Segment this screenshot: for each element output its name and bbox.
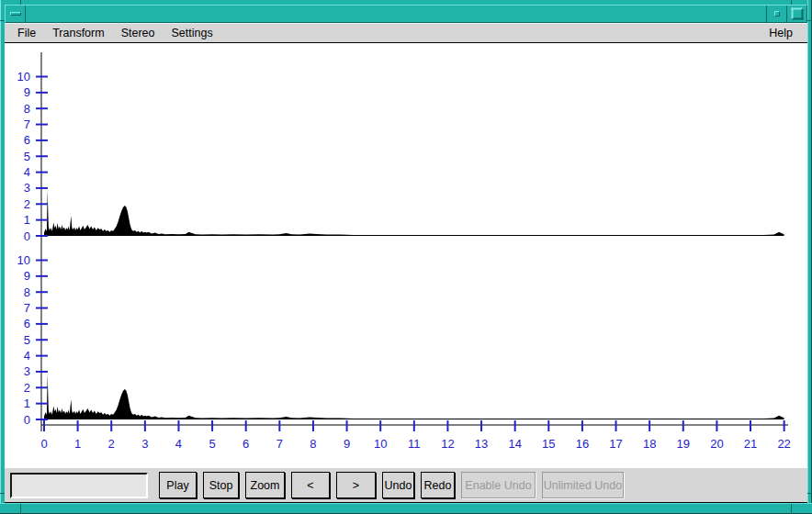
window-menu-button[interactable] (6, 6, 26, 22)
window-frame-right[interactable] (807, 0, 812, 514)
step-back-button[interactable]: < (291, 472, 330, 498)
x-tick-label: 22 (777, 437, 790, 451)
x-tick-label: 1 (74, 437, 81, 451)
x-tick-label: 17 (609, 437, 622, 451)
y-tick-label: 5 (24, 333, 30, 347)
step-forward-button[interactable]: > (336, 472, 376, 498)
x-tick-label: 11 (408, 437, 421, 451)
stop-button[interactable]: Stop (203, 472, 239, 498)
undo-button[interactable]: Undo (382, 472, 414, 498)
titlebar[interactable] (5, 5, 807, 23)
play-button[interactable]: Play (159, 472, 197, 498)
y-tick-label: 7 (24, 301, 30, 315)
x-tick-label: 2 (108, 437, 115, 451)
x-tick-label: 20 (710, 437, 723, 451)
y-tick-label: 0 (24, 229, 30, 243)
y-tick-label: 6 (24, 133, 30, 147)
x-tick-label: 14 (508, 437, 521, 451)
x-tick-label: 16 (576, 437, 589, 451)
y-tick-label: 9 (24, 85, 30, 99)
y-tick-label: 10 (17, 253, 30, 267)
zoom-button[interactable]: Zoom (245, 472, 285, 498)
channel-1-spectrum (44, 191, 784, 236)
x-tick-label: 5 (209, 437, 215, 451)
y-tick-label: 3 (24, 181, 30, 195)
window-frame-bottom[interactable] (0, 503, 812, 514)
frame-corner-notch (807, 493, 812, 494)
window-menu-dash-icon (10, 12, 21, 16)
y-tick-label: 9 (24, 269, 30, 283)
x-tick-label: 8 (310, 437, 316, 451)
y-tick-label: 6 (24, 317, 30, 330)
y-tick-label: 4 (24, 165, 30, 179)
y-tick-label: 1 (24, 213, 30, 227)
bottom-toolbar: Play Stop Zoom < > Undo Redo Enable Undo… (5, 468, 807, 503)
spectrum-plots[interactable]: 0123456789100123456789100123456789101112… (5, 43, 807, 468)
position-input[interactable] (10, 473, 148, 498)
menu-file[interactable]: File (9, 24, 44, 43)
x-tick-label: 6 (242, 437, 249, 451)
y-tick-label: 2 (24, 197, 30, 211)
plot-area: 0123456789100123456789100123456789101112… (5, 43, 807, 468)
y-tick-label: 8 (24, 285, 30, 299)
x-tick-label: 13 (475, 437, 488, 451)
app-window: File Transform Stereo Settings Help 0123… (0, 0, 812, 514)
x-tick-label: 12 (441, 437, 454, 451)
y-tick-label: 10 (17, 70, 30, 84)
x-tick-label: 15 (542, 437, 555, 451)
frame-corner-notch (20, 504, 21, 514)
y-tick-label: 0 (24, 413, 30, 427)
x-tick-label: 9 (344, 437, 350, 451)
maximize-square-icon (791, 8, 803, 20)
frame-corner-notch (791, 504, 792, 514)
channel-2-spectrum (44, 374, 784, 419)
x-tick-label: 0 (40, 437, 47, 451)
iconify-dot-icon (774, 11, 780, 17)
x-tick-label: 3 (141, 437, 148, 451)
menu-help[interactable]: Help (761, 24, 801, 43)
maximize-button[interactable] (786, 6, 806, 22)
y-tick-label: 8 (24, 102, 30, 116)
x-tick-label: 19 (677, 437, 690, 451)
titlebar-drag-area[interactable] (26, 6, 766, 22)
iconify-button[interactable] (766, 6, 786, 22)
frame-corner-notch (807, 20, 812, 21)
y-tick-label: 5 (24, 150, 30, 163)
y-tick-label: 2 (24, 381, 30, 395)
x-tick-label: 21 (744, 437, 757, 451)
y-tick-label: 3 (24, 364, 30, 378)
y-tick-label: 7 (24, 117, 30, 131)
unlimited-undo-button[interactable]: Unlimited Undo (542, 472, 624, 498)
enable-undo-button[interactable]: Enable Undo (461, 472, 536, 498)
y-tick-label: 1 (24, 397, 30, 410)
x-tick-label: 7 (276, 437, 283, 451)
menu-settings[interactable]: Settings (164, 24, 221, 43)
menu-stereo[interactable]: Stereo (113, 24, 164, 43)
redo-button[interactable]: Redo (421, 472, 455, 498)
x-tick-label: 18 (643, 437, 656, 451)
x-tick-label: 10 (374, 437, 387, 451)
menu-transform[interactable]: Transform (44, 24, 113, 43)
x-tick-label: 4 (175, 437, 182, 451)
menu-bar: File Transform Stereo Settings Help (5, 23, 807, 43)
y-tick-label: 4 (24, 349, 30, 363)
